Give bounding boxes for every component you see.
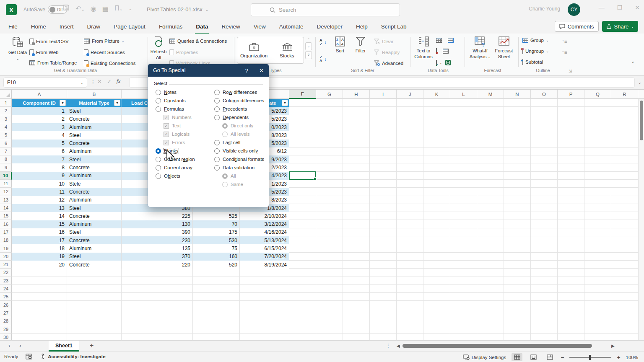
- cell[interactable]: 13: [12, 204, 67, 212]
- row-header-5[interactable]: 5: [0, 131, 12, 139]
- text-to-columns-button[interactable]: Text to Columns: [413, 36, 434, 60]
- hscroll-right-icon[interactable]: ▶: [611, 344, 615, 348]
- row-header-28[interactable]: 28: [0, 317, 12, 325]
- ribbon-tab-review[interactable]: Review: [221, 22, 241, 34]
- radio-icon[interactable]: [156, 90, 161, 95]
- row-header-11[interactable]: 11: [0, 180, 12, 188]
- column-header-L[interactable]: L: [450, 90, 477, 99]
- gallery-up-icon[interactable]: ⌃: [307, 38, 310, 41]
- autosave-toggle[interactable]: AutoSave Off: [23, 5, 67, 14]
- from-text-csv-button[interactable]: From Text/CSV: [29, 39, 69, 44]
- radio-icon[interactable]: [214, 157, 220, 162]
- filter-dropdown-icon[interactable]: ▾: [114, 100, 120, 106]
- ribbon-tab-page-layout[interactable]: Page Layout: [113, 22, 146, 34]
- accessibility-status[interactable]: Accessibility: Investigate: [40, 354, 105, 359]
- sheet-tab-sheet1[interactable]: Sheet1: [49, 341, 79, 352]
- cell[interactable]: 525: [193, 212, 240, 220]
- prev-sheet-icon[interactable]: ‹: [8, 342, 10, 349]
- row-header-8[interactable]: 8: [0, 155, 12, 163]
- customize-qat-icon[interactable]: ⌄: [129, 6, 132, 11]
- gallery-down-icon[interactable]: ⌄: [305, 42, 312, 50]
- from-picture-button[interactable]: From Picture⌄: [84, 39, 125, 44]
- cell[interactable]: 8/19/2024: [240, 261, 289, 269]
- radio-icon[interactable]: [214, 106, 220, 112]
- row-header-3[interactable]: 3: [0, 115, 12, 123]
- cell[interactable]: 14: [12, 212, 67, 220]
- row-header-17[interactable]: 17: [0, 228, 12, 236]
- row-header-18[interactable]: 18: [0, 236, 12, 244]
- column-header-J[interactable]: J: [397, 90, 423, 99]
- cell[interactable]: 20: [12, 261, 67, 269]
- cell[interactable]: Stele: [67, 180, 122, 188]
- table-header-cell[interactable]: Component ID▾: [12, 99, 67, 107]
- subtotal-button[interactable]: + Subtotal: [522, 59, 543, 65]
- cell[interactable]: 3: [12, 123, 67, 131]
- equation-icon[interactable]: Π⌄: [114, 5, 123, 12]
- cell[interactable]: Aluminum: [67, 147, 122, 155]
- minimize-button[interactable]: —: [599, 4, 605, 11]
- dropdown-chevron-icon[interactable]: ⌄: [439, 61, 442, 65]
- horizontal-scrollbar[interactable]: [402, 344, 608, 348]
- row-header-15[interactable]: 15: [0, 212, 12, 220]
- from-web-button[interactable]: From Web: [29, 49, 58, 55]
- cell[interactable]: Concrete: [67, 236, 122, 244]
- cell[interactable]: 370: [122, 253, 193, 261]
- record-macro-icon[interactable]: ◉: [91, 5, 96, 13]
- row-header-2[interactable]: 2: [0, 107, 12, 115]
- data-model-icon[interactable]: [445, 59, 451, 66]
- cell[interactable]: 225: [122, 212, 193, 220]
- dialog-title-bar[interactable]: Go To Special ? ✕: [148, 64, 269, 77]
- cell[interactable]: 7/20/2024: [240, 253, 289, 261]
- ribbon-tab-file[interactable]: File: [8, 22, 18, 34]
- radio-icon[interactable]: [214, 148, 220, 154]
- collapse-ribbon-icon[interactable]: ⌄: [631, 59, 635, 64]
- existing-connections-button[interactable]: Existing Connections: [84, 60, 135, 66]
- filter-dropdown-icon[interactable]: ▾: [282, 100, 288, 106]
- get-data-button[interactable]: Get Data⌄: [8, 36, 28, 61]
- cell[interactable]: 70: [193, 220, 240, 228]
- dialog-option[interactable]: Objects: [156, 172, 210, 180]
- row-header-9[interactable]: 9: [0, 163, 12, 171]
- cell[interactable]: 520: [193, 261, 240, 269]
- cell[interactable]: 11: [12, 188, 67, 196]
- filter-dropdown-icon[interactable]: ▾: [60, 100, 66, 106]
- zoom-out-icon[interactable]: −: [561, 354, 564, 361]
- comments-button[interactable]: Comments: [555, 21, 599, 32]
- cancel-entry-icon[interactable]: ✕: [97, 78, 102, 85]
- outline-dialog-launcher-icon[interactable]: ⇲: [569, 69, 572, 73]
- cell[interactable]: Concrete: [67, 140, 122, 147]
- excel-app-icon[interactable]: X: [6, 4, 17, 15]
- cell[interactable]: Aluminum: [67, 220, 122, 228]
- cell[interactable]: 12: [12, 196, 67, 204]
- share-button[interactable]: Share ⌄: [602, 21, 638, 32]
- row-header-30[interactable]: 30: [0, 334, 12, 340]
- cell[interactable]: 390: [122, 228, 193, 236]
- row-header-10[interactable]: 10: [0, 172, 12, 180]
- row-header-16[interactable]: 16: [0, 220, 12, 228]
- consolidate-icon[interactable]: [443, 49, 449, 54]
- add-sheet-button[interactable]: +: [90, 342, 93, 349]
- dialog-option[interactable]: Blanks: [156, 147, 210, 155]
- ribbon-tab-data[interactable]: Data: [195, 22, 209, 34]
- column-header-O[interactable]: O: [531, 90, 558, 99]
- hscroll-left-icon[interactable]: ◀: [397, 344, 400, 348]
- group-button[interactable]: Group⌄: [522, 38, 549, 43]
- dialog-close-icon[interactable]: ✕: [259, 67, 264, 74]
- shapes-icon[interactable]: ▦: [102, 5, 109, 13]
- dialog-option[interactable]: Current region: [156, 155, 210, 163]
- row-header-29[interactable]: 29: [0, 325, 12, 333]
- cell[interactable]: 130: [122, 220, 193, 228]
- cell[interactable]: Aluminum: [67, 196, 122, 204]
- row-header-7[interactable]: 7: [0, 147, 12, 155]
- tab-scroll-splitter[interactable]: ⋮: [386, 343, 391, 349]
- document-title[interactable]: Pivot Tables 02-01.xlsx⌄: [147, 6, 208, 13]
- cell[interactable]: Concrete: [67, 212, 122, 220]
- filter-button[interactable]: Filter: [352, 36, 369, 54]
- advanced-filter-button[interactable]: Advanced: [374, 60, 403, 66]
- restore-button[interactable]: ❐: [617, 4, 623, 11]
- dialog-option[interactable]: Data validation: [214, 163, 268, 172]
- forecast-sheet-button[interactable]: Forecast Sheet: [493, 36, 515, 60]
- cell[interactable]: 7: [12, 155, 67, 163]
- row-header-14[interactable]: 14: [0, 204, 12, 212]
- cell[interactable]: Steel: [67, 155, 122, 163]
